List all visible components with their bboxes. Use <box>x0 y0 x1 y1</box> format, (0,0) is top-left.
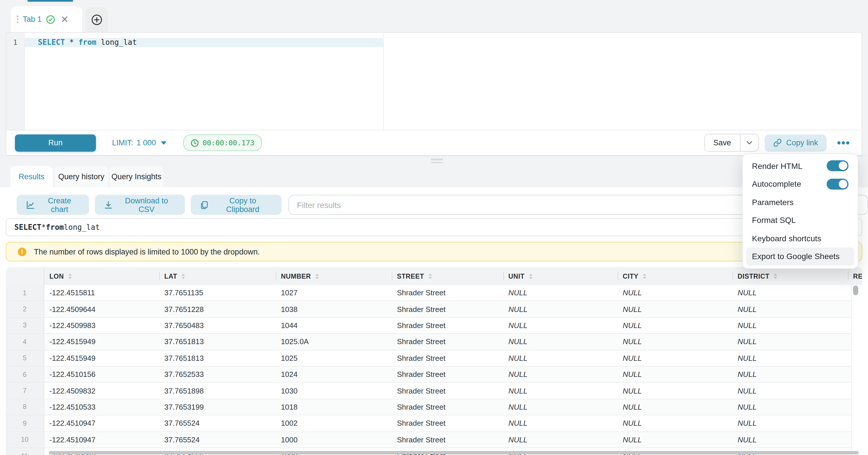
vertical-scrollbar-thumb[interactable] <box>853 285 858 295</box>
column-header-city[interactable]: CITY <box>618 267 733 285</box>
column-header-district[interactable]: DISTRICT <box>733 267 848 285</box>
cell: 37.7651228 <box>159 305 276 313</box>
download-icon <box>104 200 113 209</box>
sort-icon[interactable] <box>182 273 185 279</box>
limit-value: 1 000 <box>137 139 156 147</box>
download-csv-button[interactable]: Download to CSV <box>95 195 185 215</box>
cell: 1027 <box>276 289 392 297</box>
limit-label: LIMIT: <box>112 139 133 147</box>
sort-icon[interactable] <box>774 273 777 279</box>
tab-query-history[interactable]: Query history <box>55 166 108 187</box>
column-header-lon[interactable]: LON <box>44 267 159 285</box>
new-tab-button[interactable] <box>85 7 108 32</box>
row-number: 1 <box>6 285 44 301</box>
cell: NULL <box>618 337 733 346</box>
sort-icon[interactable] <box>68 273 72 279</box>
cell: -122.4509983 <box>44 321 159 330</box>
cell: NULL <box>733 386 848 395</box>
sort-icon[interactable] <box>316 273 319 279</box>
save-options-button[interactable] <box>740 134 758 151</box>
table-row[interactable]: 9-122.451094737.7655241002Shrader Street… <box>6 415 854 432</box>
cell: NULL <box>733 354 848 363</box>
tab-query-insights[interactable]: Query Insights <box>110 166 163 187</box>
table-row[interactable]: 1-122.451581137.76511351027Shrader Stree… <box>6 285 854 301</box>
cell: 37.7652533 <box>159 370 276 378</box>
menu-item-export-google-sheets[interactable]: Export to Google Sheets <box>746 247 854 266</box>
cell: NULL <box>733 435 848 444</box>
table-row[interactable]: 7-122.450983237.76518981030Shrader Stree… <box>6 383 854 399</box>
editor-toolbar: Run LIMIT: 1 000 00:00:00.173 Save Copy … <box>6 130 862 155</box>
limit-dropdown[interactable]: LIMIT: 1 000 <box>112 139 166 147</box>
sort-icon[interactable] <box>529 273 532 279</box>
row-number: 7 <box>6 383 44 399</box>
warning-icon: ! <box>18 247 26 256</box>
copy-link-button[interactable]: Copy link <box>764 134 827 151</box>
cell: -122.4510947 <box>44 419 159 428</box>
column-header-re[interactable]: RE <box>848 267 862 285</box>
table-row[interactable]: 10-122.451094737.7655241000Shrader Stree… <box>6 432 854 448</box>
more-options-button[interactable]: ••• <box>835 137 852 148</box>
row-number: 9 <box>6 415 44 431</box>
cell: 1002 <box>276 419 392 428</box>
autocomplete-toggle-on[interactable] <box>827 179 848 189</box>
sort-icon[interactable] <box>643 273 647 279</box>
results-panel: Create chart Download to CSV Copy to Cli… <box>0 187 868 455</box>
cell: NULL <box>618 386 733 395</box>
render-html-toggle-on[interactable] <box>827 160 848 172</box>
cell: -122.4515949 <box>44 354 159 363</box>
column-header-lat[interactable]: LAT <box>159 267 276 285</box>
cell: Shrader Street <box>392 386 503 395</box>
copy-to-clipboard-button[interactable]: Copy to Clipboard <box>191 195 282 215</box>
menu-item-keyboard-shortcuts[interactable]: Keyboard shortcuts <box>746 229 854 247</box>
table-row[interactable]: 4-122.451594937.76518131025.0AShrader St… <box>6 334 854 350</box>
cell: 1018 <box>276 403 392 411</box>
row-number: 6 <box>6 367 44 382</box>
cell: Shrader Street <box>392 321 503 330</box>
tab-label: Tab 1 <box>23 15 42 24</box>
table-header: LONLATNUMBERSTREETUNITCITYDISTRICTRE <box>6 267 862 285</box>
row-number: 11 <box>6 448 44 455</box>
sql-code-line[interactable]: SELECT * from long_lat <box>38 38 137 47</box>
panel-divider <box>0 156 868 156</box>
sort-icon[interactable] <box>429 273 432 279</box>
table-row[interactable]: 5-122.451594937.76518131025Shrader Stree… <box>6 350 854 367</box>
menu-item-render-html[interactable]: Render HTML <box>746 157 854 175</box>
cell: -122.4510533 <box>44 403 159 411</box>
column-header-number[interactable]: NUMBER <box>276 267 392 285</box>
vertical-scrollbar-track[interactable] <box>851 285 860 455</box>
column-header-unit[interactable]: UNIT <box>503 267 618 285</box>
cell: 37.765524 <box>159 435 276 444</box>
cell: NULL <box>733 403 848 411</box>
cell: NULL <box>618 305 733 313</box>
tab-drag-handle-icon[interactable] <box>17 16 18 23</box>
cell: 1030 <box>276 386 392 395</box>
menu-item-autocomplete[interactable]: Autocomplete <box>746 175 854 193</box>
warning-text: The number of rows displayed is limited … <box>34 247 260 256</box>
menu-item-parameters[interactable]: Parameters <box>746 193 854 211</box>
table-row[interactable]: 6-122.451015637.76525331024Shrader Stree… <box>6 367 854 383</box>
link-icon <box>773 139 781 147</box>
table-row[interactable]: 2-122.450964437.76512281038Shrader Stree… <box>6 301 854 318</box>
cell: NULL <box>503 386 618 395</box>
cell: 37.7651813 <box>159 337 276 346</box>
column-header-street[interactable]: STREET <box>392 267 503 285</box>
table-row[interactable]: 3-122.450998337.76504831044Shrader Stree… <box>6 318 854 334</box>
save-button[interactable]: Save <box>705 134 740 151</box>
resize-handle[interactable] <box>431 158 443 163</box>
editor-gutter: 1 <box>6 33 25 130</box>
run-button[interactable]: Run <box>15 134 96 151</box>
table-row[interactable]: 8-122.451053337.76531991018Shrader Stree… <box>6 399 854 415</box>
cell: NULL <box>618 370 733 378</box>
create-chart-button[interactable]: Create chart <box>17 195 89 215</box>
caret-down-icon <box>161 141 166 145</box>
cell: NULL <box>503 354 618 363</box>
cell: 1024 <box>276 370 392 378</box>
menu-item-format-sql[interactable]: Format SQL <box>746 211 854 229</box>
tab-results[interactable]: Results <box>10 166 53 187</box>
sql-editor: 1 SELECT * from long_lat Run LIMIT: 1 00… <box>6 32 862 156</box>
close-tab-icon[interactable] <box>61 16 67 22</box>
cell: 37.7651898 <box>159 386 276 395</box>
results-table: LONLATNUMBERSTREETUNITCITYDISTRICTRE 1-1… <box>6 267 862 455</box>
horizontal-scrollbar-thumb[interactable] <box>49 451 859 454</box>
editor-tab-1[interactable]: Tab 1 <box>11 6 82 32</box>
